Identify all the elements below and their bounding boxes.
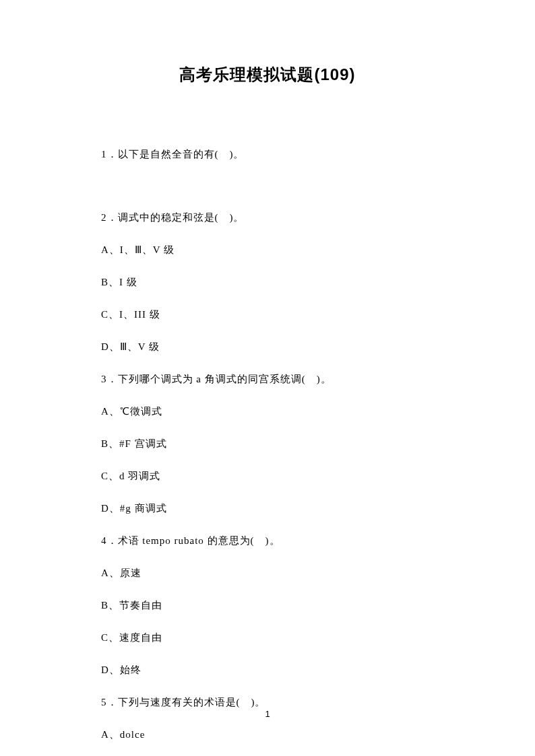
question-5: 5．下列与速度有关的术语是( )。: [101, 694, 434, 710]
question-3-option-b: B、#F 宫调式: [101, 436, 434, 452]
question-3-option-d: D、#g 商调式: [101, 500, 434, 516]
question-3: 3．下列哪个调式为 a 角调式的同宫系统调( )。: [101, 371, 434, 387]
page-title: 高考乐理模拟试题(109): [101, 64, 434, 85]
question-2-option-a: A、I、Ⅲ、V 级: [101, 242, 434, 258]
question-2-option-b: B、I 级: [101, 274, 434, 290]
question-3-option-a: A、℃徵调式: [101, 403, 434, 419]
question-2: 2．调式中的稳定和弦是( )。: [101, 209, 434, 226]
question-4-option-d: D、始终: [101, 662, 434, 678]
question-5-option-a: A、dolce: [101, 726, 434, 743]
page-number: 1: [0, 709, 535, 719]
question-4-option-c: C、速度自由: [101, 629, 434, 646]
question-4-option-b: B、节奏自由: [101, 597, 434, 613]
question-1: 1．以下是自然全音的有( )。: [101, 146, 434, 162]
question-3-option-c: C、d 羽调式: [101, 468, 434, 484]
question-4: 4．术语 tempo rubato 的意思为( )。: [101, 532, 434, 549]
question-2-option-d: D、Ⅲ、V 级: [101, 339, 434, 355]
question-2-option-c: C、I、III 级: [101, 306, 434, 322]
question-4-option-a: A、原速: [101, 565, 434, 581]
